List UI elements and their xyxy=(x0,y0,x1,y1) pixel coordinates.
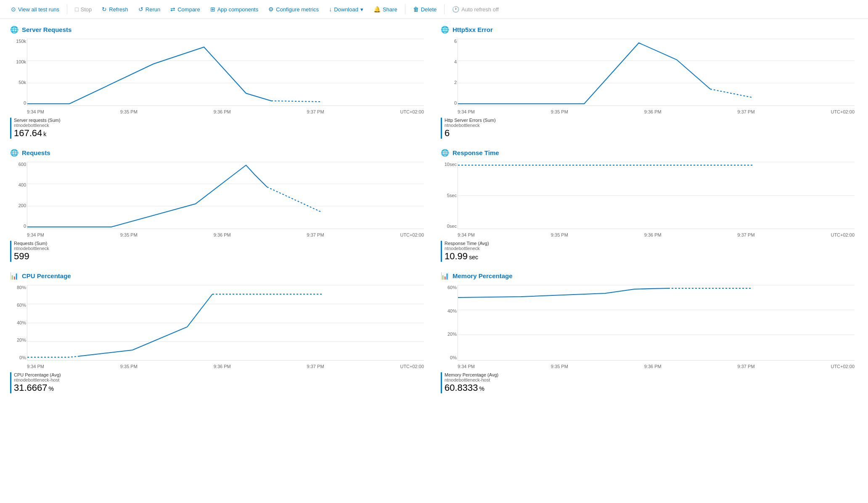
charts-grid: 🌐 Server Requests 150k 100k 50k 0 xyxy=(10,26,858,393)
memory-percentage-x-labels: 9:34 PM 9:35 PM 9:36 PM 9:37 PM UTC+02:0… xyxy=(458,364,855,369)
compare-icon: ⇄ xyxy=(170,6,175,13)
y-labels: 80% 60% 40% 20% 0% xyxy=(11,285,26,360)
server-requests-chart: 150k 100k 50k 0 xyxy=(27,39,424,106)
server-requests-svg xyxy=(27,39,424,105)
download-icon: ↓ xyxy=(329,6,332,13)
requests-chart: 600 400 200 0 xyxy=(27,162,424,229)
cpu-percentage-chart: 80% 60% 40% 20% 0% xyxy=(27,285,424,361)
y-labels: 10sec 5sec 0sec xyxy=(442,162,457,229)
memory-percentage-chart-wrapper: 60% 40% 20% 0% 9:34 PM 9:35 PM 9:36 PM xyxy=(458,285,855,369)
app-components-btn[interactable]: ⊞ App components xyxy=(206,3,263,15)
requests-x-labels: 9:34 PM 9:35 PM 9:36 PM 9:37 PM UTC+02:0… xyxy=(27,232,424,237)
server-requests-x-labels: 9:34 PM 9:35 PM 9:36 PM 9:37 PM UTC+02:0… xyxy=(27,109,424,114)
rerun-icon: ↺ xyxy=(138,6,143,13)
auto-refresh-btn[interactable]: 🕐 Auto refresh off xyxy=(448,3,503,15)
auto-refresh-icon: 🕐 xyxy=(452,6,459,13)
response-time-chart-wrapper: 10sec 5sec 0sec 9:34 PM 9:35 PM 9:36 PM … xyxy=(458,162,855,237)
download-chevron: ▾ xyxy=(360,6,363,13)
configure-metrics-btn[interactable]: ⚙ Configure metrics xyxy=(264,3,323,15)
requests-svg xyxy=(27,162,424,229)
response-time-chart: 10sec 5sec 0sec xyxy=(458,162,855,229)
divider-3 xyxy=(444,4,445,14)
refresh-btn[interactable]: ↻ Refresh xyxy=(98,3,132,15)
y-labels: 600 400 200 0 xyxy=(11,162,26,229)
cpu-percentage-title: 📊 CPU Percentage xyxy=(10,272,427,280)
response-time-x-labels: 9:34 PM 9:35 PM 9:36 PM 9:37 PM UTC+02:0… xyxy=(458,232,855,237)
stop-btn[interactable]: □ Stop xyxy=(71,3,96,15)
refresh-icon: ↻ xyxy=(102,6,107,13)
toolbar: ⊙ View all test runs □ Stop ↻ Refresh ↺ … xyxy=(0,0,868,19)
view-all-icon: ⊙ xyxy=(11,6,16,13)
memory-percentage-section: 📊 Memory Percentage 60% 40% 20% 0% xyxy=(441,272,858,393)
http5xx-icon: 🌐 xyxy=(441,26,449,34)
stop-icon: □ xyxy=(75,6,78,13)
cpu-percentage-meta: CPU Percentage (Avg) ntnodebottleneck-ho… xyxy=(10,372,427,393)
http5xx-chart-wrapper: 6 4 2 0 9:34 PM 9:35 PM 9:36 PM 9:37 PM xyxy=(458,39,855,114)
share-btn[interactable]: 🔔 Share xyxy=(369,3,402,15)
server-requests-title: 🌐 Server Requests xyxy=(10,26,427,34)
app-components-icon: ⊞ xyxy=(210,6,215,13)
main-content: 🌐 Server Requests 150k 100k 50k 0 xyxy=(0,19,868,400)
y-labels: 60% 40% 20% 0% xyxy=(442,285,457,360)
y-labels: 150k 100k 50k 0 xyxy=(11,39,26,105)
compare-btn[interactable]: ⇄ Compare xyxy=(166,3,204,15)
http5xx-meta: Http Server Errors (Sum) ntnodebottlenec… xyxy=(441,118,858,139)
divider-2 xyxy=(405,4,405,14)
requests-title: 🌐 Requests xyxy=(10,149,427,157)
http5xx-title: 🌐 Http5xx Error xyxy=(441,26,858,34)
cpu-percentage-x-labels: 9:34 PM 9:35 PM 9:36 PM 9:37 PM UTC+02:0… xyxy=(27,364,424,369)
memory-percentage-svg xyxy=(458,285,855,360)
memory-percentage-meta: Memory Percentage (Avg) ntnodebottleneck… xyxy=(441,372,858,393)
http5xx-x-labels: 9:34 PM 9:35 PM 9:36 PM 9:37 PM UTC+02:0… xyxy=(458,109,855,114)
http5xx-svg xyxy=(458,39,855,105)
response-time-section: 🌐 Response Time 10sec 5sec 0sec xyxy=(441,149,858,262)
response-time-icon: 🌐 xyxy=(441,149,449,157)
download-btn[interactable]: ↓ Download ▾ xyxy=(325,3,368,15)
cpu-percentage-chart-wrapper: 80% 60% 40% 20% 0% 9:34 PM 9: xyxy=(27,285,424,369)
http5xx-section: 🌐 Http5xx Error 6 4 2 0 xyxy=(441,26,858,139)
configure-metrics-icon: ⚙ xyxy=(268,6,274,13)
requests-section: 🌐 Requests 600 400 200 0 xyxy=(10,149,427,262)
delete-icon: 🗑 xyxy=(413,6,419,13)
rerun-btn[interactable]: ↺ Rerun xyxy=(134,3,164,15)
response-time-svg xyxy=(458,162,855,229)
requests-icon: 🌐 xyxy=(10,149,19,157)
server-requests-chart-wrapper: 150k 100k 50k 0 9:34 PM 9:35 PM xyxy=(27,39,424,114)
memory-percentage-icon: 📊 xyxy=(441,272,449,280)
cpu-percentage-icon: 📊 xyxy=(10,272,19,280)
server-requests-icon: 🌐 xyxy=(10,26,19,34)
delete-btn[interactable]: 🗑 Delete xyxy=(409,3,441,15)
view-all-btn[interactable]: ⊙ View all test runs xyxy=(7,3,64,15)
requests-chart-wrapper: 600 400 200 0 9:34 PM 9:35 PM 9:36 PM 9:… xyxy=(27,162,424,237)
http5xx-chart: 6 4 2 0 xyxy=(458,39,855,106)
server-requests-section: 🌐 Server Requests 150k 100k 50k 0 xyxy=(10,26,427,139)
cpu-percentage-section: 📊 CPU Percentage 80% 60% 40% 20% 0% xyxy=(10,272,427,393)
share-icon: 🔔 xyxy=(373,6,381,13)
cpu-percentage-svg xyxy=(27,285,424,360)
divider-1 xyxy=(67,4,67,14)
response-time-meta: Response Time (Avg) ntnodebottleneck 10.… xyxy=(441,241,858,262)
server-requests-meta: Server requests (Sum) ntnodebottleneck 1… xyxy=(10,118,427,139)
response-time-title: 🌐 Response Time xyxy=(441,149,858,157)
requests-meta: Requests (Sum) ntnodebottleneck 599 xyxy=(10,241,427,262)
y-labels: 6 4 2 0 xyxy=(442,39,457,105)
memory-percentage-chart: 60% 40% 20% 0% xyxy=(458,285,855,361)
memory-percentage-title: 📊 Memory Percentage xyxy=(441,272,858,280)
